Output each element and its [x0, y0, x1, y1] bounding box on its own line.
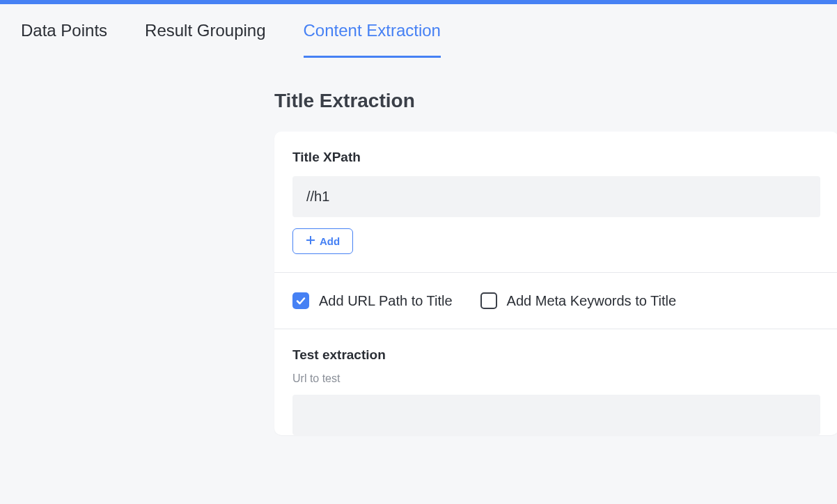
url-to-test-input[interactable]: [292, 395, 820, 435]
checkbox-row: Add URL Path to Title Add Meta Keywords …: [274, 273, 837, 329]
tab-content-extraction[interactable]: Content Extraction: [304, 21, 441, 58]
add-url-path-label: Add URL Path to Title: [319, 293, 453, 309]
title-xpath-section: Title XPath Add: [274, 132, 837, 273]
add-meta-keywords-checkbox[interactable]: Add Meta Keywords to Title: [480, 292, 676, 309]
section-title: Title Extraction: [274, 90, 837, 112]
title-xpath-label: Title XPath: [292, 150, 820, 165]
test-extraction-section: Test extraction Url to test: [274, 329, 837, 435]
plus-icon: [306, 235, 315, 247]
add-meta-keywords-label: Add Meta Keywords to Title: [507, 293, 676, 309]
tab-data-points[interactable]: Data Points: [21, 21, 107, 58]
url-to-test-label: Url to test: [292, 372, 820, 385]
add-button-label: Add: [320, 235, 340, 247]
test-extraction-title: Test extraction: [292, 347, 820, 363]
checkbox-checked-icon: [292, 292, 309, 309]
tab-result-grouping[interactable]: Result Grouping: [145, 21, 265, 58]
tabs-container: Data Points Result Grouping Content Extr…: [0, 4, 837, 58]
title-extraction-card: Title XPath Add Add URL Path to Title Ad…: [274, 132, 837, 435]
add-xpath-button[interactable]: Add: [292, 228, 353, 254]
title-xpath-input[interactable]: [292, 176, 820, 217]
checkbox-unchecked-icon: [480, 292, 497, 309]
add-url-path-checkbox[interactable]: Add URL Path to Title: [292, 292, 453, 309]
